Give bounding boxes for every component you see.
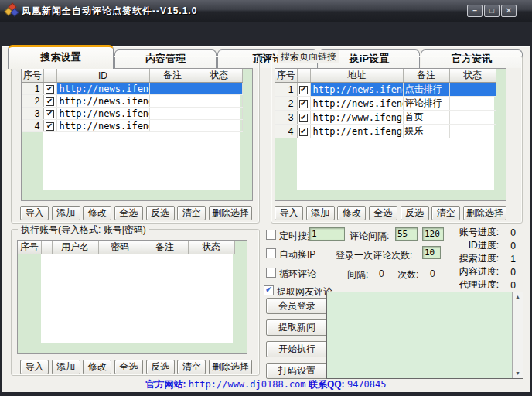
progress-panel: 账号进度:0 ID进度:0 搜索进度:1 内容进度:0 代理进度:0 (443, 226, 516, 292)
import-button[interactable]: 导入 (275, 206, 303, 220)
log-area[interactable]: ▲ ▼ (326, 292, 523, 379)
row-url: http://ent.ifeng.co (310, 125, 403, 138)
row-url: http://news.ifeng.c (310, 97, 403, 111)
close-button[interactable]: ✕ (501, 5, 517, 17)
search-links-toolbar: 导入 添加 修改 全选 反选 清空 删除选择 (275, 206, 506, 220)
modify-button[interactable]: 修改 (83, 206, 111, 220)
row-number: 3 (22, 108, 43, 120)
maximize-button[interactable]: □ (484, 5, 500, 17)
table-header-row: 序号 用户名 密码 备注 状态 (18, 241, 234, 254)
clear-button[interactable]: 清空 (431, 206, 460, 220)
loop-comment-checkbox[interactable] (266, 268, 276, 278)
extract-comments-checkbox[interactable] (264, 285, 274, 295)
table-row[interactable]: 1 http://news.ifeng.c (22, 83, 242, 95)
comment-interval-max-input[interactable] (422, 227, 444, 241)
modify-button[interactable]: 修改 (83, 360, 111, 374)
table-row[interactable]: 4 http://ent.ifeng.co 娱乐 (275, 125, 496, 138)
window-title: 凤凰新闻全自动评论点赞软件--V15.1.0 (22, 5, 197, 18)
qq-label: 联系QQ: (309, 379, 345, 390)
extract-news-button[interactable]: 提取新闻 (266, 319, 328, 336)
row-status (196, 108, 242, 120)
row-number: 1 (22, 83, 43, 95)
tab-search-settings[interactable]: 搜索设置 (8, 45, 114, 69)
captcha-settings-button[interactable]: 打码设置 (266, 363, 328, 379)
row-checkbox[interactable] (299, 86, 308, 94)
official-site-label: 官方网站: (146, 379, 186, 390)
start-execution-button[interactable]: 开始执行 (266, 341, 328, 357)
row-status (449, 111, 496, 125)
delete-selected-button[interactable]: 删除选择 (463, 206, 506, 220)
table-row[interactable]: 4 http://news.ifeng.c (22, 120, 242, 132)
table-row[interactable]: 2 http://news.ifeng.c 评论排行 (275, 97, 496, 111)
content-progress-label: 内容进度: (443, 265, 499, 278)
select-all-button[interactable]: 全选 (369, 206, 397, 220)
col-checkbox (297, 69, 310, 83)
log-scrollbar[interactable]: ▲ ▼ (512, 292, 523, 378)
search-progress-value: 1 (499, 254, 516, 265)
add-button[interactable]: 添加 (52, 360, 80, 374)
col-password: 密码 (98, 241, 142, 254)
import-button[interactable]: 导入 (20, 206, 49, 220)
row-note (149, 120, 196, 132)
progress-row: 代理进度:0 (443, 278, 516, 292)
title-bar: 凤凰新闻全自动评论点赞软件--V15.1.0 – □ ✕ (0, 0, 532, 22)
table-row[interactable]: 3 http://www.ifeng.co 首页 (275, 111, 496, 125)
col-status: 状态 (188, 241, 234, 254)
row-checkbox[interactable] (299, 114, 308, 122)
minimize-button[interactable]: – (467, 5, 483, 17)
progress-row: 搜索进度:1 (443, 252, 516, 265)
per-login-comments-input[interactable] (422, 246, 441, 259)
id-progress-value: 0 (499, 241, 516, 251)
delete-selected-button[interactable]: 删除选择 (209, 360, 252, 374)
group-accounts-title: 执行账号(导入格式: 账号|密码) (18, 224, 149, 237)
row-checkbox[interactable] (46, 85, 54, 94)
row-checkbox[interactable] (299, 128, 308, 136)
add-button[interactable]: 添加 (52, 206, 80, 220)
timed-search-input[interactable] (309, 227, 345, 241)
row-checkbox[interactable] (46, 110, 54, 118)
clear-button[interactable]: 清空 (177, 360, 206, 374)
auto-change-ip-checkbox[interactable] (266, 248, 276, 258)
member-login-button[interactable]: 会员登录 (266, 298, 328, 314)
col-username: 用户名 (52, 241, 98, 254)
row-checkbox[interactable] (299, 100, 308, 108)
add-button[interactable]: 添加 (306, 206, 335, 220)
row-status (196, 83, 242, 95)
scroll-down-icon[interactable]: ▼ (513, 369, 523, 378)
official-site-url[interactable]: http://www.dj0188.com (189, 379, 306, 390)
col-no: 序号 (275, 69, 297, 83)
modify-button[interactable]: 修改 (337, 206, 366, 220)
row-checkbox[interactable] (46, 97, 54, 106)
col-id: ID (56, 69, 149, 83)
table-row[interactable]: 2 http://news.ifeng.c (22, 95, 242, 108)
comment-interval-min-input[interactable] (395, 227, 418, 241)
group-search-links-title: 搜索页面链接 (278, 50, 339, 63)
table-bottom-filler (18, 343, 247, 353)
row-number: 4 (22, 120, 43, 132)
invert-selection-button[interactable]: 反选 (401, 206, 429, 220)
select-all-button[interactable]: 全选 (114, 360, 143, 374)
table-bottom-filler (22, 190, 252, 200)
accounts-table: 序号 用户名 密码 备注 状态 (17, 240, 247, 354)
per-login-comments-label: 登录一次评论次数: (336, 249, 412, 262)
close-icon: ✕ (506, 6, 512, 15)
timed-search-checkbox[interactable] (266, 230, 276, 240)
row-url: http://news.ifeng.c (56, 120, 149, 132)
delete-selected-button[interactable]: 删除选择 (209, 206, 252, 220)
invert-selection-button[interactable]: 反选 (146, 360, 175, 374)
col-no: 序号 (18, 241, 41, 254)
table-row[interactable]: 1 http://news.ifeng.c 点击排行 (275, 83, 496, 97)
scroll-up-icon[interactable]: ▲ (513, 292, 523, 302)
invert-selection-button[interactable]: 反选 (146, 206, 175, 220)
table-row[interactable]: 3 http://news.ifeng.c (22, 108, 242, 120)
row-note: 评论排行 (403, 97, 449, 111)
table-left-filler (275, 130, 297, 190)
import-button[interactable]: 导入 (20, 360, 49, 374)
progress-row: 账号进度:0 (443, 226, 516, 239)
table-bottom-filler (275, 190, 506, 200)
clear-button[interactable]: 清空 (177, 206, 206, 220)
select-all-button[interactable]: 全选 (114, 206, 143, 220)
row-checkbox[interactable] (46, 122, 54, 131)
table-left-filler (18, 252, 41, 343)
maximize-icon: □ (489, 6, 494, 15)
